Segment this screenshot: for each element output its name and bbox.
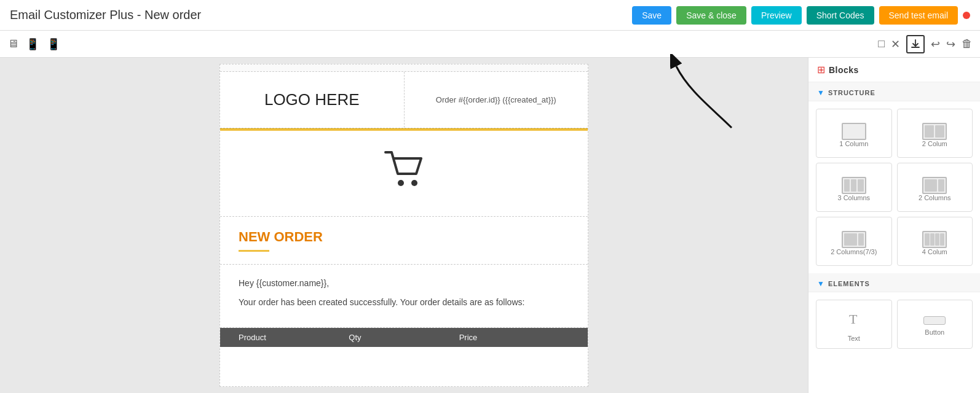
email-template: LOGO HERE Order #{{order.id}} ({{created… [219, 64, 588, 387]
element-button[interactable]: Button [897, 300, 973, 349]
email-logo-left: LOGO HERE [220, 72, 405, 128]
email-top-spacer [220, 64, 588, 72]
2col-73-label: 2 Columns(7/3) [831, 248, 877, 255]
header: Email Customizer Plus - New order Save S… [0, 0, 980, 31]
1col-label: 1 Column [839, 140, 868, 147]
elements-section-header: ▼ ELEMENTS [808, 273, 980, 292]
structure-2col-b[interactable]: 2 Columns [897, 163, 973, 212]
cart-icon [382, 149, 425, 198]
2col-icon [922, 123, 947, 140]
1col-icon [842, 123, 866, 140]
4col-label: 4 Colum [922, 248, 947, 255]
delete-icon[interactable]: 🗑 [962, 37, 973, 50]
mobile-icon[interactable]: 📱 [47, 37, 60, 51]
text-element-label: Text [848, 335, 860, 342]
2col-b-label: 2 Columns [919, 194, 951, 201]
email-order-code: Order #{{order.id}} ({{created_at}}) [405, 72, 588, 128]
toolbar: 🖥 📱 📱 □ ✕ ↩ ↪ 🗑 [0, 31, 980, 58]
2col-73-icon [842, 231, 866, 248]
new-order-underline [239, 250, 269, 252]
product-col-header: Product [239, 333, 349, 342]
header-buttons: Save Save & close Preview Short Codes Se… [632, 6, 970, 25]
blocks-label: Blocks [829, 65, 859, 75]
email-order-section: NEW ORDER [220, 217, 588, 265]
price-col-header: Price [459, 333, 569, 342]
blocks-icon: ⊞ [817, 64, 825, 76]
app-title: Email Customizer Plus - New order [10, 8, 201, 22]
email-product-header: Product Qty Price [220, 328, 588, 347]
email-logo: LOGO HERE [264, 90, 360, 109]
svg-point-0 [398, 180, 404, 186]
main-area: LOGO HERE Order #{{order.id}} ({{created… [0, 58, 980, 393]
2col-label: 2 Colum [922, 140, 947, 147]
notification-dot [963, 12, 970, 19]
move-icon[interactable]: ✕ [891, 37, 900, 51]
elements-grid: T Text Button [808, 292, 980, 356]
canvas-area[interactable]: LOGO HERE Order #{{order.id}} ({{created… [0, 58, 808, 393]
structure-grid: 1 Column 2 Colum 3 Columns 2 Columns 2 C… [808, 101, 980, 273]
preview-button[interactable]: Preview [751, 6, 802, 25]
email-text-section: Hey {{customer.name}}, Your order has be… [220, 265, 588, 328]
short-codes-button[interactable]: Short Codes [807, 6, 874, 25]
text-element-icon: T [847, 310, 861, 331]
toolbar-actions: □ ✕ ↩ ↪ 🗑 [878, 35, 973, 53]
structure-1col[interactable]: 1 Column [816, 109, 892, 158]
panel-header: ⊞ Blocks [808, 58, 980, 82]
save-close-button[interactable]: Save & close [676, 6, 746, 25]
save-button[interactable]: Save [632, 6, 671, 25]
button-element-label: Button [925, 329, 944, 336]
4col-icon [922, 231, 947, 248]
structure-label: STRUCTURE [828, 89, 875, 96]
email-body: Your order has been created successfully… [239, 296, 569, 309]
qty-col-header: Qty [349, 333, 459, 342]
redo-icon[interactable]: ↪ [946, 37, 955, 51]
elements-arrow-icon: ▼ [817, 279, 824, 288]
structure-2col[interactable]: 2 Colum [897, 109, 973, 158]
download-icon[interactable] [906, 35, 925, 53]
svg-point-1 [411, 180, 417, 186]
svg-text:T: T [849, 311, 858, 327]
structure-arrow-icon: ▼ [817, 88, 824, 97]
structure-section-header: ▼ STRUCTURE [808, 82, 980, 101]
3col-icon [842, 177, 866, 194]
element-text[interactable]: T Text [816, 300, 892, 349]
structure-4col[interactable]: 4 Colum [897, 217, 973, 266]
device-switcher: 🖥 📱 📱 [7, 37, 60, 51]
email-greeting: Hey {{customer.name}}, [239, 277, 569, 290]
send-test-button[interactable]: Send test email [879, 6, 958, 25]
3col-label: 3 Columns [837, 194, 870, 201]
structure-3col[interactable]: 3 Columns [816, 163, 892, 212]
desktop-icon[interactable]: 🖥 [7, 37, 18, 50]
tablet-icon[interactable]: 📱 [26, 37, 39, 51]
elements-label: ELEMENTS [828, 280, 870, 287]
email-cart-section [220, 131, 588, 217]
structure-2col-73[interactable]: 2 Columns(7/3) [816, 217, 892, 266]
select-icon[interactable]: □ [878, 37, 885, 50]
email-logo-row: LOGO HERE Order #{{order.id}} ({{created… [220, 72, 588, 128]
undo-icon[interactable]: ↩ [931, 37, 940, 51]
right-panel: ⊞ Blocks ▼ STRUCTURE 1 Column 2 Colum 3 … [808, 58, 980, 393]
2col-b-icon [922, 177, 947, 194]
new-order-title: NEW ORDER [239, 229, 569, 245]
button-element-icon [923, 316, 946, 325]
